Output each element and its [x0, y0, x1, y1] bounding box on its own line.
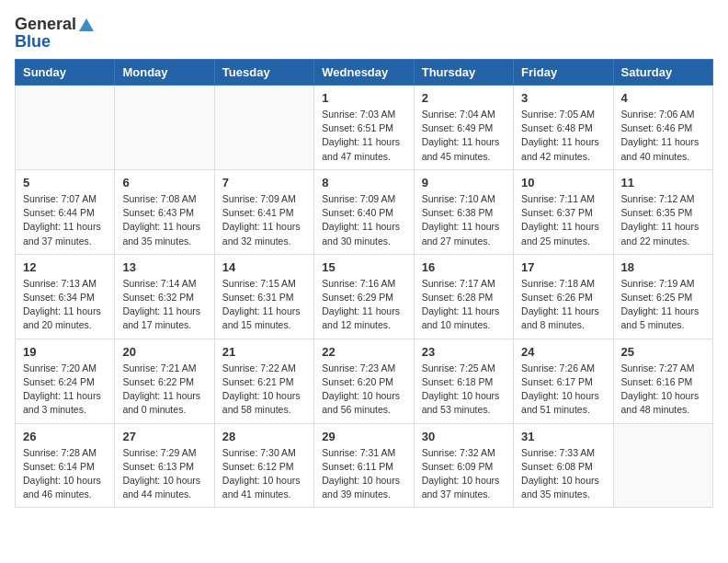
day-cell: 4Sunrise: 7:06 AMSunset: 6:46 PMDaylight…: [613, 86, 712, 170]
day-info: Sunrise: 7:22 AMSunset: 6:21 PMDaylight:…: [222, 362, 306, 418]
day-number: 1: [322, 91, 405, 105]
day-number: 4: [621, 91, 705, 105]
day-cell: [613, 423, 712, 508]
day-number: 29: [322, 430, 405, 443]
svg-marker-0: [79, 18, 94, 31]
day-number: 10: [521, 176, 605, 190]
day-cell: 12Sunrise: 7:13 AMSunset: 6:34 PMDayligh…: [16, 254, 115, 339]
day-cell: 14Sunrise: 7:15 AMSunset: 6:31 PMDayligh…: [214, 254, 313, 339]
day-number: 3: [521, 91, 605, 105]
day-number: 16: [422, 260, 506, 274]
day-cell: 31Sunrise: 7:33 AMSunset: 6:08 PMDayligh…: [514, 423, 613, 508]
week-row-4: 19Sunrise: 7:20 AMSunset: 6:24 PMDayligh…: [16, 339, 713, 423]
week-row-3: 12Sunrise: 7:13 AMSunset: 6:34 PMDayligh…: [16, 254, 713, 339]
day-cell: 15Sunrise: 7:16 AMSunset: 6:29 PMDayligh…: [314, 254, 414, 339]
header: General Blue: [15, 15, 713, 52]
day-cell: 9Sunrise: 7:10 AMSunset: 6:38 PMDaylight…: [414, 169, 513, 254]
day-number: 25: [621, 345, 705, 359]
logo: General Blue: [15, 15, 95, 52]
calendar-table: SundayMondayTuesdayWednesdayThursdayFrid…: [15, 59, 713, 508]
day-info: Sunrise: 7:07 AMSunset: 6:44 PMDaylight:…: [23, 192, 107, 248]
day-info: Sunrise: 7:11 AMSunset: 6:37 PMDaylight:…: [521, 192, 605, 248]
day-info: Sunrise: 7:09 AMSunset: 6:40 PMDaylight:…: [322, 192, 405, 248]
logo-general-text: General: [15, 15, 76, 34]
day-cell: 30Sunrise: 7:32 AMSunset: 6:09 PMDayligh…: [414, 423, 513, 508]
column-header-tuesday: Tuesday: [214, 60, 313, 86]
day-cell: 17Sunrise: 7:18 AMSunset: 6:26 PMDayligh…: [514, 254, 613, 339]
day-info: Sunrise: 7:03 AMSunset: 6:51 PMDaylight:…: [322, 108, 405, 164]
day-cell: [16, 86, 115, 170]
day-number: 9: [422, 176, 506, 190]
day-number: 15: [322, 260, 405, 274]
day-cell: 18Sunrise: 7:19 AMSunset: 6:25 PMDayligh…: [613, 254, 712, 339]
day-info: Sunrise: 7:15 AMSunset: 6:31 PMDaylight:…: [222, 277, 306, 333]
day-info: Sunrise: 7:33 AMSunset: 6:08 PMDaylight:…: [521, 446, 605, 502]
day-info: Sunrise: 7:17 AMSunset: 6:28 PMDaylight:…: [422, 277, 506, 333]
day-info: Sunrise: 7:26 AMSunset: 6:17 PMDaylight:…: [521, 362, 605, 418]
day-info: Sunrise: 7:18 AMSunset: 6:26 PMDaylight:…: [521, 277, 605, 333]
day-number: 11: [621, 176, 705, 190]
day-number: 14: [222, 260, 306, 274]
day-info: Sunrise: 7:23 AMSunset: 6:20 PMDaylight:…: [322, 362, 405, 418]
day-info: Sunrise: 7:28 AMSunset: 6:14 PMDaylight:…: [23, 446, 107, 502]
day-number: 5: [23, 176, 107, 190]
day-cell: 10Sunrise: 7:11 AMSunset: 6:37 PMDayligh…: [514, 169, 613, 254]
day-info: Sunrise: 7:27 AMSunset: 6:16 PMDaylight:…: [621, 362, 705, 418]
day-number: 23: [422, 345, 506, 359]
day-cell: 11Sunrise: 7:12 AMSunset: 6:35 PMDayligh…: [613, 169, 712, 254]
day-cell: 23Sunrise: 7:25 AMSunset: 6:18 PMDayligh…: [414, 339, 513, 423]
day-number: 31: [521, 430, 605, 443]
week-row-2: 5Sunrise: 7:07 AMSunset: 6:44 PMDaylight…: [16, 169, 713, 254]
day-info: Sunrise: 7:16 AMSunset: 6:29 PMDaylight:…: [322, 277, 405, 333]
day-cell: 20Sunrise: 7:21 AMSunset: 6:22 PMDayligh…: [115, 339, 214, 423]
day-info: Sunrise: 7:21 AMSunset: 6:22 PMDaylight:…: [122, 362, 206, 418]
day-number: 7: [222, 176, 306, 190]
day-info: Sunrise: 7:30 AMSunset: 6:12 PMDaylight:…: [222, 446, 306, 502]
day-cell: 26Sunrise: 7:28 AMSunset: 6:14 PMDayligh…: [16, 423, 115, 508]
day-info: Sunrise: 7:13 AMSunset: 6:34 PMDaylight:…: [23, 277, 107, 333]
day-cell: 28Sunrise: 7:30 AMSunset: 6:12 PMDayligh…: [214, 423, 313, 508]
day-info: Sunrise: 7:19 AMSunset: 6:25 PMDaylight:…: [621, 277, 705, 333]
day-cell: 2Sunrise: 7:04 AMSunset: 6:49 PMDaylight…: [414, 86, 513, 170]
day-cell: 27Sunrise: 7:29 AMSunset: 6:13 PMDayligh…: [115, 423, 214, 508]
column-header-sunday: Sunday: [16, 60, 115, 86]
day-cell: 29Sunrise: 7:31 AMSunset: 6:11 PMDayligh…: [314, 423, 414, 508]
day-number: 22: [322, 345, 405, 359]
day-cell: 5Sunrise: 7:07 AMSunset: 6:44 PMDaylight…: [16, 169, 115, 254]
day-cell: 22Sunrise: 7:23 AMSunset: 6:20 PMDayligh…: [314, 339, 414, 423]
day-number: 26: [23, 430, 107, 443]
day-cell: 21Sunrise: 7:22 AMSunset: 6:21 PMDayligh…: [214, 339, 313, 423]
column-header-thursday: Thursday: [414, 60, 513, 86]
day-info: Sunrise: 7:09 AMSunset: 6:41 PMDaylight:…: [222, 192, 306, 248]
day-number: 27: [122, 430, 206, 443]
day-cell: 24Sunrise: 7:26 AMSunset: 6:17 PMDayligh…: [514, 339, 613, 423]
calendar-header-row: SundayMondayTuesdayWednesdayThursdayFrid…: [16, 60, 713, 86]
day-number: 21: [222, 345, 306, 359]
day-number: 19: [23, 345, 107, 359]
day-cell: 1Sunrise: 7:03 AMSunset: 6:51 PMDaylight…: [314, 86, 414, 170]
day-number: 17: [521, 260, 605, 274]
day-number: 18: [621, 260, 705, 274]
day-info: Sunrise: 7:14 AMSunset: 6:32 PMDaylight:…: [122, 277, 206, 333]
day-number: 28: [222, 430, 306, 443]
day-cell: 7Sunrise: 7:09 AMSunset: 6:41 PMDaylight…: [214, 169, 313, 254]
day-info: Sunrise: 7:12 AMSunset: 6:35 PMDaylight:…: [621, 192, 705, 248]
day-cell: [115, 86, 214, 170]
column-header-saturday: Saturday: [613, 60, 712, 86]
day-info: Sunrise: 7:06 AMSunset: 6:46 PMDaylight:…: [621, 108, 705, 164]
day-info: Sunrise: 7:10 AMSunset: 6:38 PMDaylight:…: [422, 192, 506, 248]
day-cell: 25Sunrise: 7:27 AMSunset: 6:16 PMDayligh…: [613, 339, 712, 423]
day-number: 6: [122, 176, 206, 190]
day-info: Sunrise: 7:04 AMSunset: 6:49 PMDaylight:…: [422, 108, 506, 164]
day-cell: 6Sunrise: 7:08 AMSunset: 6:43 PMDaylight…: [115, 169, 214, 254]
day-cell: [214, 86, 313, 170]
day-info: Sunrise: 7:05 AMSunset: 6:48 PMDaylight:…: [521, 108, 605, 164]
day-number: 20: [122, 345, 206, 359]
day-info: Sunrise: 7:08 AMSunset: 6:43 PMDaylight:…: [122, 192, 206, 248]
day-number: 24: [521, 345, 605, 359]
column-header-wednesday: Wednesday: [314, 60, 414, 86]
day-info: Sunrise: 7:20 AMSunset: 6:24 PMDaylight:…: [23, 362, 107, 418]
day-info: Sunrise: 7:25 AMSunset: 6:18 PMDaylight:…: [422, 362, 506, 418]
week-row-1: 1Sunrise: 7:03 AMSunset: 6:51 PMDaylight…: [16, 86, 713, 170]
week-row-5: 26Sunrise: 7:28 AMSunset: 6:14 PMDayligh…: [16, 423, 713, 508]
